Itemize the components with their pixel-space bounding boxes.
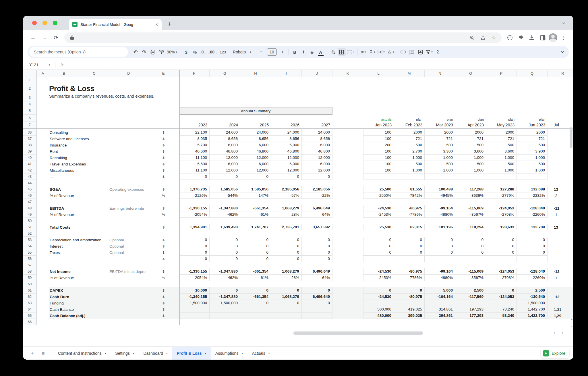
cell-value-clipped[interactable]: 1,29 xyxy=(548,313,573,319)
month-header[interactable]: Feb 2023 xyxy=(394,122,425,128)
cell-value[interactable]: 0 xyxy=(271,300,302,306)
cell-value[interactable]: 3,300 xyxy=(425,148,455,155)
cell-value[interactable] xyxy=(517,256,548,262)
cell-value[interactable]: -115,069 xyxy=(455,268,486,275)
bookmark-star-icon[interactable]: ☆ xyxy=(490,33,498,42)
increase-font-size-button[interactable]: + xyxy=(278,48,287,56)
cell-value[interactable]: 24,000 xyxy=(302,129,332,136)
cell-value[interactable]: 2000 xyxy=(425,129,455,136)
all-sheets-menu-icon[interactable]: ≡ xyxy=(38,348,48,358)
sidebar-icon[interactable] xyxy=(538,33,548,43)
downloads-icon[interactable] xyxy=(527,33,537,43)
cell-value[interactable]: 12,000 xyxy=(271,155,302,161)
row-number[interactable]: 52 xyxy=(23,230,37,237)
sheet-tab-settings[interactable]: Settings▾ xyxy=(111,347,139,360)
cell-value[interactable]: 46,800 xyxy=(271,148,302,155)
sheet-tab-dashboard[interactable]: Dashboard▾ xyxy=(139,347,172,360)
cell-value[interactable]: 6,496,649 xyxy=(302,294,332,300)
cell-value[interactable]: 100,488 xyxy=(425,186,455,192)
cell-value[interactable]: 0 xyxy=(455,249,486,256)
cell-value[interactable]: 0 xyxy=(486,243,517,249)
cell-value[interactable]: -2332% xyxy=(517,192,548,199)
cell-value[interactable]: -1,347,880 xyxy=(210,268,240,275)
cell-value[interactable]: -2453% xyxy=(363,211,394,218)
cell-value[interactable]: -462% xyxy=(210,275,240,281)
cell-value[interactable]: 100 xyxy=(363,161,394,167)
column-header-D[interactable]: D xyxy=(109,70,148,77)
cell-unit[interactable]: $ xyxy=(148,205,179,211)
cell-value[interactable]: 6,000 xyxy=(302,142,332,148)
horizontal-align-button[interactable]: ≡▾ xyxy=(359,48,368,56)
cell-value[interactable]: -124,053 xyxy=(486,268,517,275)
cell-value[interactable]: 2000 xyxy=(486,129,517,136)
cell-value[interactable]: 0 xyxy=(271,249,302,256)
cell-value[interactable] xyxy=(363,300,394,306)
cell-value[interactable]: -661,354 xyxy=(240,205,271,211)
cell-label[interactable]: Travel and Expenses xyxy=(49,161,109,167)
cell-value[interactable]: -2708% xyxy=(486,275,517,281)
cell-value[interactable]: 6,000 xyxy=(271,161,302,167)
cell-value[interactable]: 2,185,056 xyxy=(271,186,302,192)
select-all-corner[interactable] xyxy=(23,70,37,77)
cell-value[interactable]: -2126% xyxy=(179,192,210,199)
cell-value[interactable]: -4945% xyxy=(425,192,455,199)
row-number[interactable]: 36 xyxy=(23,129,37,136)
cell-value[interactable] xyxy=(302,306,332,313)
cell-value[interactable]: -61% xyxy=(240,275,271,281)
sheet-tab-caret-icon[interactable]: ▾ xyxy=(105,352,106,355)
frozen-columns-divider[interactable] xyxy=(179,70,180,325)
cell-value[interactable]: 1,394,901 xyxy=(179,224,210,230)
cell-label[interactable]: SG&A xyxy=(49,186,109,192)
cell-unit[interactable]: $ xyxy=(148,287,179,294)
cell-value[interactable]: -462% xyxy=(210,211,240,218)
cell-value[interactable] xyxy=(179,306,210,313)
cell-value[interactable]: 0 xyxy=(486,249,517,256)
cell-value[interactable] xyxy=(179,313,210,319)
row-number[interactable]: 43 xyxy=(23,173,37,180)
cell-value[interactable]: 24,000 xyxy=(240,129,271,136)
vertical-scrollbar[interactable] xyxy=(570,127,572,148)
cell-unit[interactable]: $ xyxy=(148,161,179,167)
column-header-A[interactable]: A xyxy=(37,70,49,77)
row-number[interactable]: 48 xyxy=(23,205,37,211)
cell-unit[interactable]: $ xyxy=(148,148,179,155)
row-number[interactable]: 46 xyxy=(23,192,37,199)
cell-value[interactable]: 133,704 xyxy=(517,224,548,230)
new-tab-button[interactable]: + xyxy=(166,20,174,28)
row-number[interactable]: 62 xyxy=(23,294,37,300)
cell-value-clipped[interactable]: -12 xyxy=(548,268,573,275)
cell-value[interactable]: 500 xyxy=(455,161,486,167)
cell-value[interactable]: 0 xyxy=(210,256,240,262)
cell-value[interactable] xyxy=(425,256,455,262)
cell-label[interactable]: % of Revenue xyxy=(49,211,109,218)
bold-button[interactable]: B xyxy=(291,48,299,56)
toolbar-more-chevron-icon[interactable] xyxy=(558,48,566,56)
row-number[interactable]: 38 xyxy=(23,142,37,148)
cell-value[interactable]: 6,000 xyxy=(240,161,271,167)
cell-value[interactable]: 100 xyxy=(363,167,394,173)
column-header-F[interactable]: F xyxy=(179,70,210,77)
cell-value[interactable]: -3636% xyxy=(455,192,486,199)
cell-value[interactable]: -3567% xyxy=(455,275,486,281)
cell-unit[interactable]: $ xyxy=(148,294,179,300)
cell-value[interactable]: 721 xyxy=(517,136,548,142)
sheet-tab-caret-icon[interactable]: ▾ xyxy=(133,352,134,355)
address-bar[interactable]: ☆ xyxy=(64,32,502,43)
cell-value[interactable] xyxy=(486,256,517,262)
month-header[interactable]: Jun 2023 xyxy=(517,122,548,128)
cell-value[interactable]: 118,294 xyxy=(455,224,486,230)
cell-value[interactable]: 0 xyxy=(302,287,332,294)
cell-value[interactable]: 2,185,056 xyxy=(302,186,332,192)
cell-value[interactable]: 0 xyxy=(302,256,332,262)
sheet-tab-caret-icon[interactable]: ▾ xyxy=(241,352,243,355)
row-number[interactable]: 47 xyxy=(23,199,37,205)
cell-value[interactable]: 2,736,791 xyxy=(271,224,302,230)
column-header-M[interactable]: M xyxy=(394,70,425,77)
row-number[interactable]: 54 xyxy=(23,243,37,249)
cell-value[interactable]: -80,975 xyxy=(394,294,425,300)
cell-value[interactable]: -61% xyxy=(240,211,271,218)
cell-value[interactable]: 132,088 xyxy=(517,186,548,192)
row-number[interactable]: 60 xyxy=(23,281,37,287)
cell-value[interactable]: 0 xyxy=(271,243,302,249)
cell-value[interactable]: -4880% xyxy=(425,275,455,281)
